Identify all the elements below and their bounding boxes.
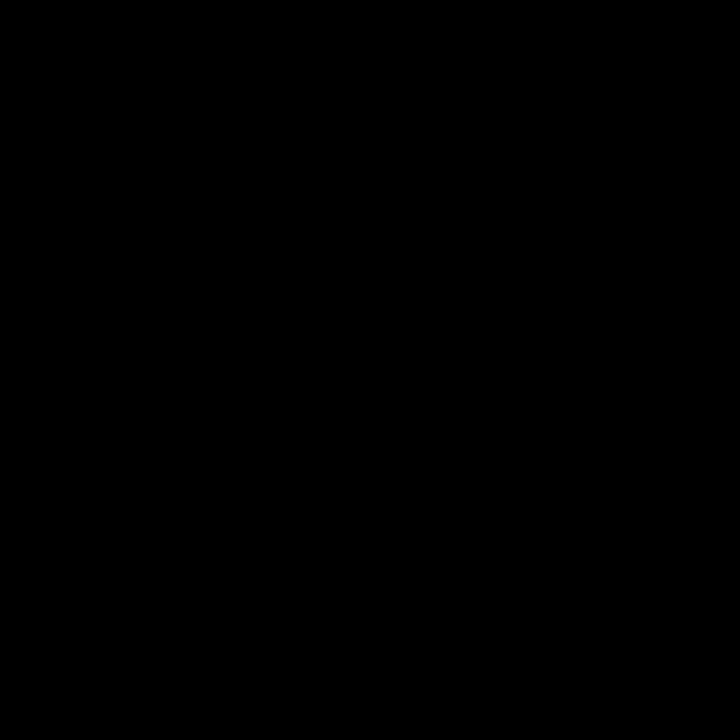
outer-frame bbox=[0, 0, 728, 728]
marker-layer bbox=[29, 29, 699, 699]
plot-area bbox=[29, 29, 699, 699]
